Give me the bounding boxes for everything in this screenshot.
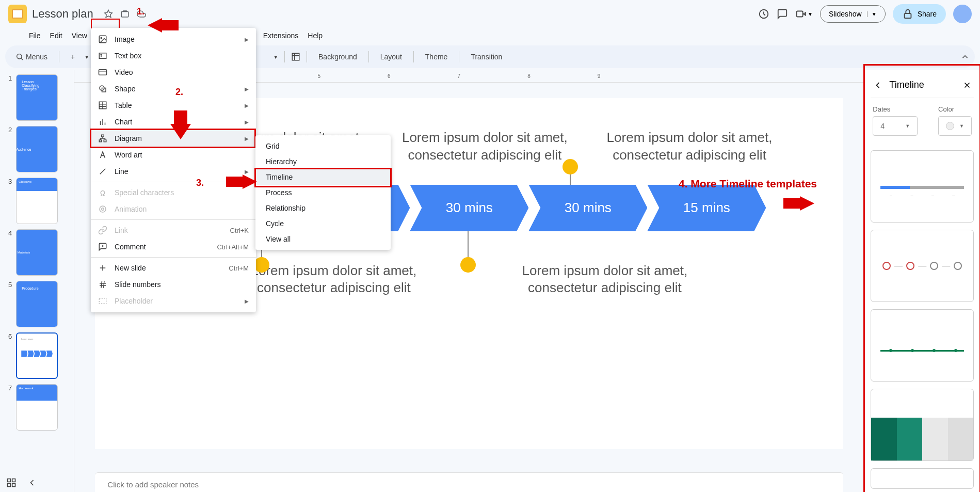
annotation-arrow-3 [243,174,257,189]
image-icon [98,35,107,44]
chart-icon [98,117,107,126]
menu-edit[interactable]: Edit [46,29,67,42]
menu-file[interactable]: File [25,29,45,42]
chevron-3[interactable]: 30 mins [410,185,528,231]
slide-panel: 1Lesson: Classifying Triangles 2Audience… [0,70,66,492]
vertical-ruler [66,70,74,492]
background-button[interactable]: Background [313,50,362,64]
svg-marker-0 [104,10,112,18]
insert-slidenumbers[interactable]: Slide numbers [91,276,256,293]
menu-help[interactable]: Help [303,29,327,42]
insert-table[interactable]: Table▶ [91,97,256,114]
slide-thumb-2[interactable]: Audience [16,126,58,172]
slides-app-icon[interactable] [8,5,27,23]
submenu-timeline[interactable]: Timeline [255,169,391,185]
submenu-viewall[interactable]: View all [255,231,391,247]
chevron-5[interactable]: 15 mins [647,185,766,231]
svg-rect-45 [99,298,106,304]
svg-rect-27 [102,135,104,137]
chevron-left-icon[interactable] [27,478,37,488]
textbox-icon [98,51,107,60]
slide-thumb-6[interactable]: Lorem ipsum [16,332,58,379]
diagram-icon [98,134,107,143]
user-avatar[interactable] [953,5,972,23]
close-icon[interactable] [962,81,972,90]
annotation-1: 1. [137,6,144,17]
annotation-3: 3. [196,178,204,188]
insert-dropdown: Image▶ Text box Video Shape▶ Table▶ Char… [91,28,256,312]
animation-icon [98,204,107,214]
slideshow-button[interactable]: Slideshow ▼ [820,5,886,23]
slide-thumb-5[interactable]: Procedure [16,281,58,327]
new-slide-button[interactable]: + [66,50,80,64]
submenu-process[interactable]: Process [255,185,391,200]
submenu-hierarchy[interactable]: Hierarchy [255,154,391,169]
theme-button[interactable]: Theme [420,50,453,64]
svg-line-44 [104,281,105,288]
comments-icon[interactable] [777,8,788,20]
submenu-cycle[interactable]: Cycle [255,216,391,231]
lorem-top-3[interactable]: Lorem ipsum dolor sit amet, consectetur … [599,129,780,164]
insert-shape[interactable]: Shape▶ [91,81,256,97]
search-menus-button[interactable]: Menus [10,50,53,64]
svg-rect-47 [12,479,15,482]
share-button[interactable]: Share [893,4,946,24]
menu-view[interactable]: View [68,29,91,42]
collapse-toolbar-icon[interactable] [960,52,970,61]
meet-icon[interactable] [795,8,807,20]
svg-line-34 [100,169,106,174]
insert-wordart[interactable]: Word art [91,147,256,163]
timeline-template-4[interactable] [871,389,974,461]
color-select[interactable]: ▼ [938,116,972,136]
timeline-template-1[interactable]: ———— [871,150,974,223]
lock-icon [902,8,913,20]
insert-video[interactable]: Video [91,64,256,81]
transition-button[interactable]: Transition [465,50,507,64]
history-icon[interactable] [758,8,769,20]
timeline-template-3[interactable] [871,309,974,382]
move-icon[interactable] [120,9,130,19]
line-icon [98,167,107,176]
menu-extensions[interactable]: Extensions [259,29,302,42]
star-icon[interactable] [104,9,113,19]
timeline-template-5[interactable] [871,468,974,489]
insert-placeholder: Placeholder▶ [91,293,256,309]
link-icon [98,226,107,235]
thumb-5-title: Procedure [22,287,38,290]
menus-label: Menus [26,53,47,61]
slide-thumb-4[interactable]: Materials [16,229,58,276]
table-icon [98,101,107,110]
fit-icon[interactable] [291,52,300,61]
slide-thumb-7[interactable]: Homework [16,384,58,431]
insert-image[interactable]: Image▶ [91,31,256,47]
timeline-template-2[interactable]: — — — [871,230,974,302]
back-icon[interactable] [873,80,883,90]
svg-rect-1 [121,12,128,18]
doc-title[interactable]: Lesson plan [32,7,93,21]
dates-select[interactable]: 4▼ [873,116,918,136]
svg-rect-49 [12,484,15,487]
slide-thumb-3[interactable]: Objective [16,178,58,224]
lorem-bottom-2[interactable]: Lorem ipsum dolor sit amet, consectetur … [510,262,700,297]
thumb-2-title: Audience [16,148,31,151]
grid-view-icon[interactable] [6,478,17,488]
svg-point-12 [101,37,102,38]
submenu-relationship[interactable]: Relationship [255,200,391,216]
placeholder-icon [98,296,107,306]
insert-textbox[interactable]: Text box [91,47,256,64]
insert-comment[interactable]: CommentCtrl+Alt+M [91,239,256,255]
annotation-4: 4. More Timeline templates [679,178,817,190]
submenu-grid[interactable]: Grid [255,138,391,154]
slide-thumb-1[interactable]: Lesson: Classifying Triangles [16,74,58,121]
speaker-notes[interactable]: Click to add speaker notes [95,472,843,492]
lorem-top-2[interactable]: Lorem ipsum dolor sit amet, consectetur … [394,129,575,164]
search-icon [15,53,24,61]
annotation-arrow-2 [170,124,191,139]
svg-rect-3 [797,11,803,17]
insert-newslide[interactable]: New slideCtrl+M [91,260,256,276]
timeline-panel: Timeline Dates 4▼ Color ▼ ———— — — — [864,70,980,492]
chevron-4[interactable]: 30 mins [528,185,647,231]
slideshow-label: Slideshow [829,10,862,18]
layout-button[interactable]: Layout [375,50,407,64]
color-label: Color [938,105,972,113]
